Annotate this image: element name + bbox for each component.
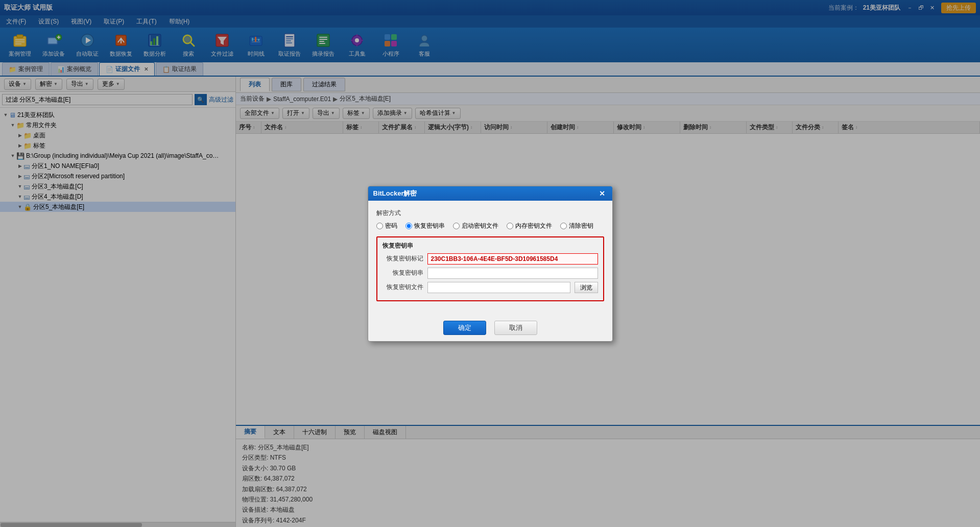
- browse-button[interactable]: 浏览: [575, 282, 598, 293]
- key-str-label: 恢复密钥串: [383, 269, 423, 277]
- key-id-row: 恢复密钥标记: [383, 253, 598, 265]
- radio-memory-key-input[interactable]: [507, 223, 513, 229]
- fieldset-legend: 恢复密钥串: [383, 242, 598, 250]
- radio-memory-key[interactable]: 内存密钥文件: [507, 222, 552, 230]
- bitlocker-dialog: BitLocker解密 ✕ 解密方式 密码 恢复密钥串 启动密钥文件 内存密钥文…: [368, 186, 613, 342]
- key-file-row: 恢复密钥文件 浏览: [383, 282, 598, 293]
- radio-password[interactable]: 密码: [376, 222, 397, 230]
- radio-recovery-key-input[interactable]: [405, 223, 412, 229]
- radio-group-decrypt: 密码 恢复密钥串 启动密钥文件 内存密钥文件 清除密钥: [376, 222, 604, 230]
- radio-startup-key[interactable]: 启动密钥文件: [453, 222, 498, 230]
- dialog-body: 解密方式 密码 恢复密钥串 启动密钥文件 内存密钥文件 清除密钥: [368, 201, 612, 315]
- decrypt-method-label: 解密方式: [376, 209, 604, 218]
- dialog-titlebar: BitLocker解密 ✕: [368, 186, 612, 201]
- radio-startup-key-input[interactable]: [453, 223, 460, 229]
- recovery-key-fieldset: 恢复密钥串 恢复密钥标记 恢复密钥串 恢复密钥文件 浏览: [376, 236, 604, 301]
- radio-clear-key[interactable]: 清除密钥: [560, 222, 593, 230]
- radio-clear-key-input[interactable]: [560, 223, 567, 229]
- key-str-row: 恢复密钥串: [383, 268, 598, 279]
- key-id-label: 恢复密钥标记: [383, 254, 423, 263]
- key-id-input[interactable]: [427, 253, 598, 265]
- dialog-overlay: BitLocker解密 ✕ 解密方式 密码 恢复密钥串 启动密钥文件 内存密钥文…: [0, 0, 980, 527]
- cancel-button[interactable]: 取消: [494, 321, 537, 335]
- dialog-footer: 确定 取消: [368, 315, 612, 341]
- confirm-button[interactable]: 确定: [443, 321, 486, 335]
- key-str-input[interactable]: [427, 268, 598, 279]
- key-file-label: 恢复密钥文件: [383, 283, 423, 292]
- radio-recovery-key[interactable]: 恢复密钥串: [405, 222, 445, 230]
- radio-password-input[interactable]: [376, 223, 383, 229]
- key-file-input[interactable]: [427, 282, 570, 293]
- dialog-close-button[interactable]: ✕: [597, 189, 607, 198]
- dialog-title: BitLocker解密: [373, 189, 417, 198]
